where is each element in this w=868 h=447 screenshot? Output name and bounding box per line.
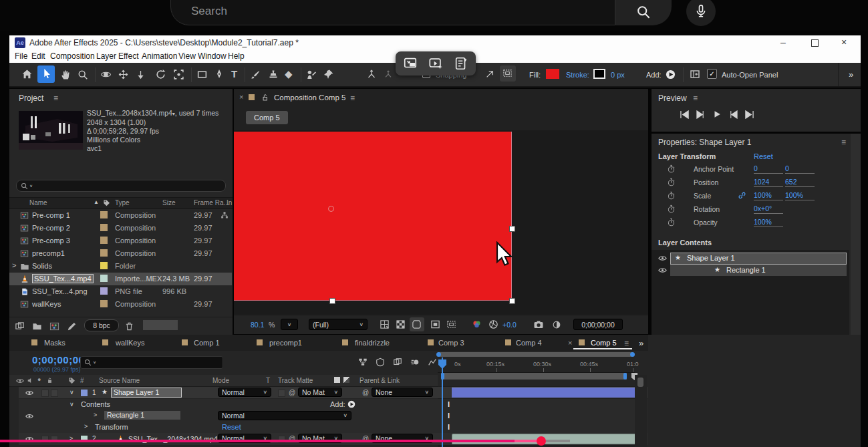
roto-brush-tool-icon[interactable] — [305, 69, 317, 80]
bpc-button[interactable]: 8 bpc — [84, 319, 119, 331]
col-track-matte[interactable]: Track Matte — [278, 377, 313, 384]
fill-swatch[interactable] — [546, 69, 559, 79]
handle-bottom-mid[interactable] — [329, 298, 335, 304]
shape-layer-duration-bar[interactable] — [452, 388, 643, 398]
mask-toggle-button[interactable] — [410, 317, 424, 331]
camera-tool-icon[interactable] — [173, 69, 184, 80]
last-frame-icon[interactable] — [744, 110, 754, 119]
anchor-y-value[interactable]: 0 — [785, 164, 815, 174]
hand-tool-icon[interactable] — [60, 69, 71, 80]
miniplayer-icon[interactable] — [403, 56, 418, 71]
stopwatch-icon[interactable] — [667, 191, 676, 200]
motion-blur-icon[interactable] — [410, 357, 420, 367]
composition-miniflow-icon[interactable] — [358, 357, 368, 367]
eye-icon[interactable] — [658, 254, 667, 263]
channel-rgb-icon[interactable] — [472, 319, 482, 329]
new-composition-icon[interactable] — [49, 321, 59, 331]
rectangle-tool-icon[interactable] — [196, 69, 208, 80]
frame-blending-icon[interactable] — [393, 357, 402, 367]
eye-icon[interactable] — [658, 266, 667, 275]
project-row[interactable]: Pre-comp 3 Composition 29.97 — [9, 235, 232, 247]
zoom-dropdown[interactable]: ∨ — [281, 319, 298, 330]
mask-box-icon[interactable] — [430, 319, 440, 329]
layer-row-footage[interactable]: > 2 SSU_Tex..._2048x1304.mp4 Normal∨ @ N… — [19, 433, 647, 445]
brush-tool-icon[interactable] — [250, 69, 261, 80]
eye-icon[interactable] — [25, 389, 33, 397]
label-swatch[interactable] — [100, 211, 108, 218]
zoom-value[interactable]: 80.1 — [251, 321, 264, 329]
stroke-swatch[interactable] — [593, 69, 605, 79]
layer-color-swatch[interactable] — [81, 390, 88, 396]
draft-3d-icon[interactable] — [376, 357, 385, 367]
col-in[interactable]: In — [227, 199, 232, 206]
layer-transform-reset[interactable]: Reset — [754, 152, 773, 160]
project-row[interactable]: Pre-comp 2 Composition 29.97 — [9, 222, 232, 235]
comp-panel-menu-icon[interactable]: ≡ — [350, 94, 355, 103]
tab-masks[interactable]: Masks — [44, 339, 65, 347]
pickwhip-icon[interactable]: @ — [289, 389, 295, 396]
timeline-panel-menu-icon[interactable]: ≡ — [624, 339, 629, 348]
project-row-folder[interactable]: > Solids Folder — [9, 260, 232, 273]
comp-breadcrumb[interactable]: Comp 5 — [246, 111, 288, 124]
label-swatch[interactable] — [100, 275, 108, 282]
properties-title[interactable]: Properties: Shape Layer 1 — [658, 138, 751, 147]
menu-animation[interactable]: Animation — [142, 51, 177, 61]
mode-dropdown[interactable]: Normal∨ — [218, 388, 271, 397]
stopwatch-icon[interactable] — [667, 204, 676, 213]
label-swatch[interactable] — [100, 300, 108, 307]
next-frame-icon[interactable] — [728, 110, 738, 119]
rotation-tool-icon[interactable] — [155, 69, 166, 80]
sort-asc-icon[interactable]: ▲ — [94, 199, 99, 205]
menu-composition[interactable]: Composition — [50, 51, 95, 61]
label-swatch[interactable] — [100, 262, 108, 269]
snapshot-camera-icon[interactable] — [533, 319, 544, 330]
notes-ai-icon[interactable] — [454, 56, 468, 71]
clone-stamp-tool-icon[interactable] — [268, 69, 279, 80]
stopwatch-icon[interactable] — [667, 164, 676, 173]
project-search-input[interactable]: ∨ — [16, 180, 226, 192]
layer-row-shape[interactable]: ∨ 1 ★ Shape Layer 1 Normal∨ @ No Mat∨ @ … — [19, 387, 647, 398]
world-axis-icon[interactable] — [384, 69, 393, 79]
comp-viewport[interactable] — [234, 130, 648, 315]
restore-button[interactable] — [811, 39, 819, 47]
eye-icon[interactable] — [25, 412, 33, 420]
region-of-interest-icon[interactable] — [446, 319, 456, 329]
project-tab[interactable]: Project — [19, 94, 43, 103]
trash-icon[interactable] — [124, 321, 134, 331]
parent-dropdown[interactable]: None∨ — [372, 388, 433, 397]
tab-comp4[interactable]: Comp 4 — [516, 339, 542, 347]
rect-mode-dropdown[interactable]: Normal∨ — [218, 411, 351, 420]
col-size[interactable]: Size — [162, 199, 175, 206]
link-scale-icon[interactable] — [738, 191, 746, 200]
project-panel-menu-icon[interactable]: ≡ — [53, 94, 58, 103]
transform-row[interactable]: > Transform Reset I — [19, 422, 647, 433]
first-frame-icon[interactable] — [680, 110, 690, 119]
tab-comp3[interactable]: Comp 3 — [438, 339, 464, 347]
interpret-footage-icon[interactable] — [15, 321, 25, 331]
transform-reset[interactable]: Reset — [222, 423, 241, 431]
comp-timecode[interactable]: 0;00;00;00 — [573, 319, 623, 330]
opacity-value[interactable]: 100% — [754, 218, 783, 227]
tab-finaldrizzle[interactable]: finaldrizzle — [355, 339, 390, 347]
pickwhip-icon[interactable]: @ — [362, 389, 369, 396]
minimize-button[interactable]: – — [780, 37, 786, 47]
handle-bottom-right[interactable] — [509, 298, 515, 304]
tab-comp1[interactable]: Comp 1 — [194, 339, 220, 347]
tab-comp5-close-icon[interactable]: × — [568, 339, 572, 347]
dolly-tool-icon[interactable] — [136, 69, 146, 80]
layer-expander[interactable]: ∨ — [69, 389, 74, 396]
scale-y-value[interactable]: 100% — [785, 191, 815, 200]
layer-contents-item-rect[interactable]: ★ Rectangle 1 — [670, 265, 847, 276]
grid-guides-icon[interactable] — [380, 319, 390, 329]
track-matte-dropdown[interactable]: No Mat∨ — [298, 388, 342, 397]
menu-effect[interactable]: Effect — [118, 51, 138, 61]
show-snapshot-icon[interactable] — [552, 320, 561, 329]
rotation-value[interactable]: 0x+0° — [754, 204, 783, 214]
menu-edit[interactable]: Edit — [31, 51, 45, 61]
menu-view[interactable]: View — [178, 51, 196, 61]
toolbar-overflow[interactable]: » — [849, 69, 853, 80]
playhead-line[interactable] — [442, 357, 443, 447]
col-hash[interactable]: # — [80, 377, 84, 384]
tab-comp5[interactable]: Comp 5 — [591, 339, 617, 347]
label-swatch[interactable] — [100, 237, 108, 244]
